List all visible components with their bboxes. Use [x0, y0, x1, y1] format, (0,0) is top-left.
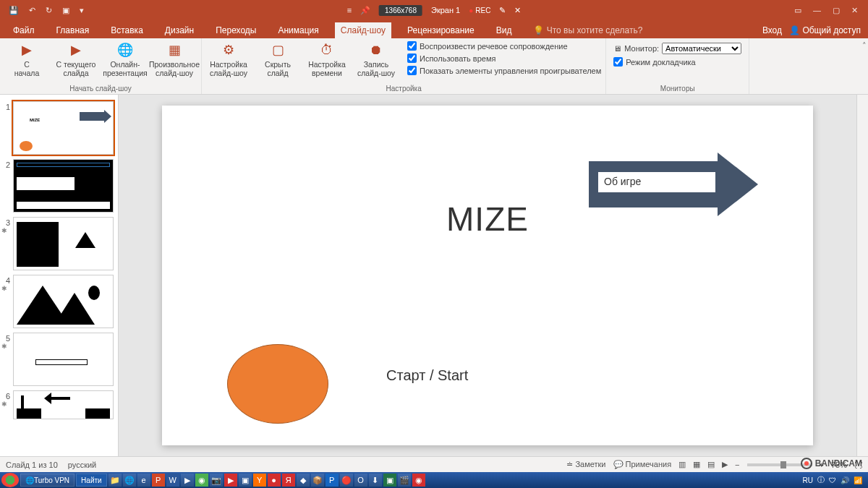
zoom-out-icon[interactable]: − [735, 461, 739, 469]
normal-view-icon[interactable]: ▥ [678, 460, 686, 469]
thumb-4[interactable] [13, 275, 114, 328]
rec-indicator[interactable]: REC [469, 7, 490, 14]
chk-narration[interactable]: Воспроизвести речевое сопровождение [407, 40, 601, 52]
maximize-icon[interactable]: ▢ [833, 6, 840, 15]
tab-file[interactable]: Файл [7, 22, 41, 38]
thumb-1[interactable]: MIZE [13, 101, 114, 155]
comments-button[interactable]: 💬 Примечания [613, 460, 672, 469]
thumb-3[interactable] [13, 217, 114, 270]
task-icon[interactable]: ⬇ [369, 474, 382, 487]
tray-icon[interactable]: 🛡 [829, 476, 836, 484]
task-icon[interactable]: ▣ [383, 474, 396, 487]
monitor-select[interactable]: Автоматически [662, 43, 741, 54]
undo-icon[interactable]: ↶ [29, 6, 35, 15]
pin-icon[interactable]: 📌 [360, 6, 370, 15]
system-tray[interactable]: RU ⓘ 🛡 🔊 📶 [803, 475, 867, 485]
taskbar[interactable]: 🌐 Turbo VPN Найти 📁 🌐 e P W ▶ ◉ 📷 ▶ ▣ Y … [0, 472, 868, 488]
rehearse-button[interactable]: ⏱Настройкавремени [305, 40, 349, 77]
menu-icon[interactable]: ≡ [347, 6, 352, 14]
taskbar-app-vpn[interactable]: 🌐 Turbo VPN [20, 474, 75, 487]
bandicam-watermark: BANDICAM [801, 458, 862, 469]
thumb-6[interactable] [13, 390, 114, 419]
share-button[interactable]: 👤 Общий доступ [789, 25, 861, 35]
task-icon-powerpoint[interactable]: P [152, 474, 165, 487]
tab-review[interactable]: Рецензирование [401, 22, 480, 38]
tray-icon[interactable]: 🔊 [841, 476, 849, 484]
close-icon[interactable]: ✕ [851, 6, 858, 15]
task-icon[interactable]: 📁 [109, 474, 122, 487]
task-icon-chrome[interactable]: ◉ [195, 474, 208, 487]
thumb-5[interactable] [13, 333, 114, 386]
task-icon-word[interactable]: W [166, 474, 179, 487]
task-icon[interactable]: Я [282, 474, 295, 487]
task-icon[interactable]: 🎬 [398, 474, 411, 487]
tab-insert[interactable]: Вставка [105, 22, 149, 38]
task-icon[interactable]: P [326, 474, 339, 487]
screen-label: Экран 1 [431, 6, 460, 14]
task-icon[interactable]: O [354, 474, 367, 487]
thumb-num: 3 [1, 217, 10, 227]
sorter-view-icon[interactable]: ▦ [693, 460, 700, 469]
tab-animation[interactable]: Анимация [272, 22, 324, 38]
tray-icon[interactable]: 📶 [854, 476, 862, 484]
setup-slideshow-button[interactable]: ⚙Настройкаслайд-шоу [206, 40, 251, 77]
vertical-scrollbar[interactable] [856, 95, 868, 456]
reading-view-icon[interactable]: ▤ [707, 460, 715, 469]
tab-slideshow[interactable]: Слайд-шоу [335, 22, 391, 38]
slide-counter[interactable]: Слайд 1 из 10 [6, 461, 58, 469]
from-start-button[interactable]: ▶Сначала [4, 40, 49, 77]
task-icon[interactable]: 📷 [210, 474, 223, 487]
task-icon[interactable]: ▣ [239, 474, 252, 487]
group-setup: Настройка [206, 83, 601, 94]
monitor-select-row: 🖥 Монитор: Автоматически [613, 41, 741, 56]
task-icon[interactable]: 🌐 [123, 474, 136, 487]
chk-timings[interactable]: Использовать время [407, 52, 601, 64]
close-rec-icon[interactable]: ✕ [514, 6, 521, 15]
tab-home[interactable]: Главная [51, 22, 95, 38]
oval-shape[interactable] [227, 344, 328, 424]
online-presentation-button[interactable]: 🌐Онлайн-презентация [103, 40, 148, 77]
task-icon[interactable]: 📦 [311, 474, 324, 487]
tray-lang[interactable]: RU [803, 476, 813, 484]
tab-design[interactable]: Дизайн [159, 22, 200, 38]
collapse-ribbon-icon[interactable]: ˄ [856, 38, 868, 53]
from-current-button[interactable]: ▶С текущегослайда [54, 40, 98, 77]
slideshow-view-icon[interactable]: ▶ [722, 460, 728, 469]
task-icon[interactable]: ● [268, 474, 281, 487]
start-button[interactable] [1, 473, 19, 487]
chk-presenter-view[interactable]: Режим докладчика [613, 56, 741, 68]
language-status[interactable]: русский [68, 461, 96, 469]
task-icon[interactable]: ▶ [224, 474, 237, 487]
arrow-text[interactable]: Об игре [597, 171, 716, 193]
slide-thumbnails[interactable]: 1 MIZE 2 3✱ 4✱ 5✱ 6✱ [0, 95, 119, 456]
task-icon[interactable]: 🔴 [340, 474, 353, 487]
thumb-2[interactable] [13, 159, 114, 213]
task-icon-bandicam[interactable]: ◉ [412, 474, 425, 487]
start-icon[interactable]: ▣ [62, 6, 69, 15]
taskbar-search[interactable]: Найти [76, 474, 107, 487]
custom-slideshow-button[interactable]: ▦Произвольноеслайд-шоу [152, 40, 197, 77]
notes-button[interactable]: ≐ Заметки [566, 460, 605, 469]
slide-canvas[interactable]: MIZE Об игре Старт / Start [119, 95, 856, 456]
tray-icon[interactable]: ⓘ [817, 475, 825, 485]
chk-controls[interactable]: Показать элементы управления проигрывате… [407, 64, 601, 77]
task-icon[interactable]: ◆ [297, 474, 310, 487]
ribbon-options-icon[interactable]: ▭ [794, 6, 801, 15]
slide[interactable]: MIZE Об игре Старт / Start [162, 106, 813, 445]
tell-me[interactable]: 💡 Что вы хотите сделать? [527, 22, 648, 38]
arrow-shape[interactable]: Об игре [589, 153, 770, 218]
task-icon[interactable]: e [137, 474, 150, 487]
start-text[interactable]: Старт / Start [386, 367, 468, 384]
task-icon[interactable]: ▶ [181, 474, 194, 487]
redo-icon[interactable]: ↻ [46, 6, 52, 15]
save-icon[interactable]: 💾 [9, 6, 19, 15]
draw-icon[interactable]: ✎ [499, 6, 506, 15]
tab-view[interactable]: Вид [490, 22, 518, 38]
record-slideshow-button[interactable]: ⏺Записьслайд-шоу [354, 40, 399, 77]
tab-transitions[interactable]: Переходы [210, 22, 262, 38]
login-link[interactable]: Вход [762, 25, 782, 35]
hide-slide-button[interactable]: ▢Скрытьслайд [255, 40, 300, 77]
more-icon[interactable]: ▾ [80, 6, 84, 15]
minimize-icon[interactable]: — [813, 6, 821, 15]
task-icon[interactable]: Y [253, 474, 266, 487]
